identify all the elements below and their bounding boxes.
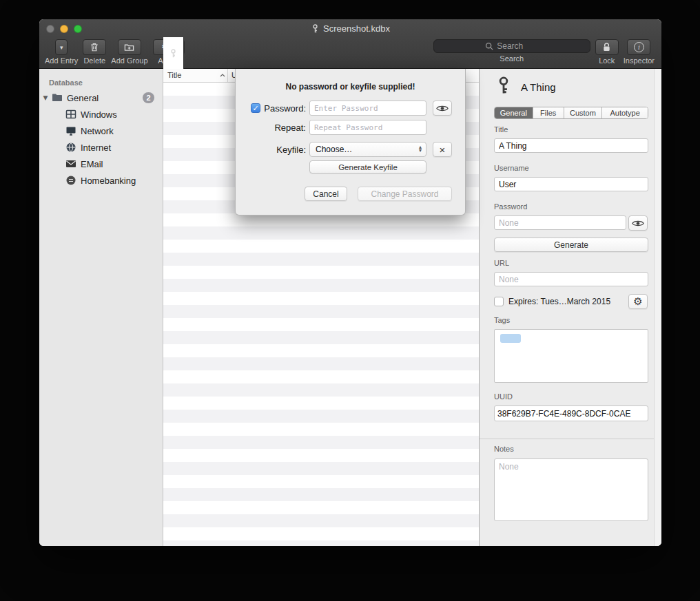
tab-files[interactable]: Files xyxy=(533,107,564,118)
url-field[interactable] xyxy=(494,272,648,286)
password-field-label: Password xyxy=(494,202,527,211)
password-input[interactable] xyxy=(309,101,426,116)
repeat-label: Repeat: xyxy=(236,123,306,133)
sidebar-item-label: Homebanking xyxy=(81,176,136,186)
tab-autotype[interactable]: Autotype xyxy=(602,107,648,118)
sidebar-item-label: EMail xyxy=(81,159,103,169)
notes-field-label: Notes xyxy=(494,445,514,453)
password-field[interactable] xyxy=(494,215,626,230)
add-group-group: Add Group xyxy=(111,39,147,65)
clear-keyfile-button[interactable]: × xyxy=(433,142,452,157)
minimize-button[interactable] xyxy=(60,25,68,33)
search-icon xyxy=(485,42,493,50)
sidebar-item-label: Internet xyxy=(81,143,111,153)
reveal-password-button[interactable] xyxy=(628,215,648,231)
tab-general[interactable]: General xyxy=(495,107,533,118)
title-field-label: Title xyxy=(494,125,508,134)
toolbar: ▾ Add Entry Delete Add Group xyxy=(39,37,661,69)
password-label: Password: xyxy=(236,103,306,114)
eye-icon xyxy=(436,105,449,112)
document-key-icon xyxy=(311,24,320,33)
uuid-field[interactable] xyxy=(494,405,648,421)
search-input[interactable] xyxy=(497,41,538,51)
cancel-button[interactable]: Cancel xyxy=(305,187,347,201)
column-divider[interactable] xyxy=(227,69,228,82)
close-icon: × xyxy=(440,144,446,156)
gear-icon: ⚙ xyxy=(633,297,642,307)
envelope-icon xyxy=(65,158,76,169)
globe-icon xyxy=(65,142,76,153)
inspector-panel: A Thing General Files Custom Autotype Ti… xyxy=(479,69,661,546)
tag-chip[interactable] xyxy=(500,334,521,343)
sidebar: Database ▼ General 2 Windows xyxy=(39,69,163,546)
sidebar-item-general[interactable]: ▼ General 2 xyxy=(39,89,163,106)
sidebar-section-header: Database xyxy=(39,76,163,89)
inspector-scrollbar[interactable] xyxy=(654,69,661,546)
inspector-button[interactable]: i xyxy=(627,39,650,55)
sidebar-item-windows[interactable]: Windows xyxy=(39,106,163,123)
network-icon xyxy=(65,125,76,136)
key-icon xyxy=(163,37,184,69)
sidebar-item-label: Windows xyxy=(81,109,117,120)
lock-button[interactable] xyxy=(595,39,619,55)
app-window: Screenshot.kdbx ▾ Add Entry xyxy=(39,19,661,546)
popup-stepper-icon: ▴▾ xyxy=(419,146,422,153)
delete-button[interactable] xyxy=(83,39,106,55)
tags-field-label: Tags xyxy=(494,316,510,324)
sidebar-item-label: General xyxy=(67,93,99,103)
change-password-dialog: No password or keyfile supplied! ✓ Passw… xyxy=(235,69,466,215)
search-label: Search xyxy=(500,54,524,63)
uuid-field-label: UUID xyxy=(494,392,513,401)
keyfile-popup[interactable]: Choose… ▴▾ xyxy=(309,142,426,157)
window-title-text: Screenshot.kdbx xyxy=(323,23,390,34)
entry-key-icon xyxy=(495,76,513,94)
disclosure-triangle-icon[interactable]: ▼ xyxy=(39,94,52,101)
zoom-button[interactable] xyxy=(74,25,82,33)
notes-field[interactable] xyxy=(494,458,648,521)
search-field[interactable] xyxy=(433,39,590,53)
keyfile-label: Keyfile: xyxy=(236,145,306,155)
eye-icon xyxy=(632,220,644,227)
add-group-button[interactable] xyxy=(118,39,141,55)
close-button[interactable] xyxy=(46,25,54,33)
expires-settings-button[interactable]: ⚙ xyxy=(628,294,648,309)
delete-label: Delete xyxy=(83,56,105,65)
sidebar-item-homebanking[interactable]: Homebanking xyxy=(39,172,163,189)
column-header-title[interactable]: Title xyxy=(167,71,181,79)
window-header: Screenshot.kdbx ▾ Add Entry xyxy=(39,19,661,69)
sidebar-item-internet[interactable]: Internet xyxy=(39,139,163,156)
window-title: Screenshot.kdbx xyxy=(177,23,524,34)
add-entry-label: Add Entry xyxy=(45,56,78,65)
titlebar: Screenshot.kdbx xyxy=(39,19,661,37)
title-field[interactable] xyxy=(494,138,648,153)
traffic-lights xyxy=(46,25,82,33)
sidebar-item-email[interactable]: EMail xyxy=(39,156,163,172)
windows-icon xyxy=(65,109,76,120)
sort-ascending-icon xyxy=(220,74,225,77)
desktop: Screenshot.kdbx ▾ Add Entry xyxy=(0,0,700,601)
dialog-message: No password or keyfile supplied! xyxy=(236,82,465,92)
entry-title: A Thing xyxy=(521,81,556,93)
lock-label: Lock xyxy=(599,56,615,65)
add-entry-dropdown-arrow[interactable]: ▾ xyxy=(56,40,67,54)
repeat-password-input[interactable] xyxy=(309,120,426,135)
keyfile-popup-value: Choose… xyxy=(316,145,352,154)
sidebar-item-network[interactable]: Network xyxy=(39,123,163,139)
reveal-password-button[interactable] xyxy=(433,101,452,116)
expires-checkbox[interactable] xyxy=(494,297,504,306)
generate-keyfile-button[interactable]: Generate Keyfile xyxy=(309,160,426,173)
add-entry-button[interactable]: ▾ xyxy=(55,39,68,55)
lock-icon xyxy=(602,42,611,52)
search-group: Search xyxy=(433,39,590,63)
username-field[interactable] xyxy=(494,177,648,191)
expires-label: Expires: Tues…March 2015 xyxy=(508,297,610,306)
tab-custom[interactable]: Custom xyxy=(564,107,603,118)
tags-field[interactable] xyxy=(494,329,648,383)
add-group-label: Add Group xyxy=(111,56,147,65)
generate-password-button[interactable]: Generate xyxy=(494,238,648,252)
change-password-button[interactable]: Change Password xyxy=(358,187,452,201)
folder-icon xyxy=(52,92,63,103)
username-field-label: Username xyxy=(494,164,529,172)
delete-group: Delete xyxy=(83,39,106,65)
add-entry-group: ▾ Add Entry xyxy=(45,39,78,65)
